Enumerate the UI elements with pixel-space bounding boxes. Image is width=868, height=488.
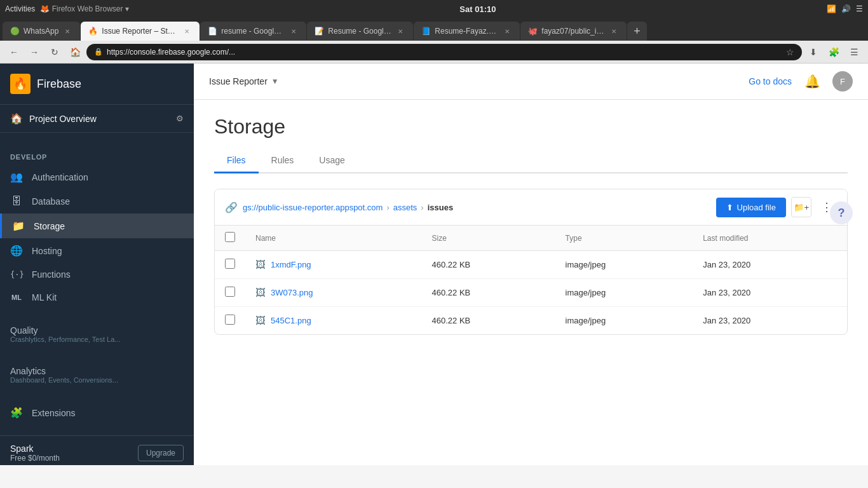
breadcrumb-assets[interactable]: assets	[393, 203, 417, 212]
tab-close-issue-reporter[interactable]: ✕	[182, 26, 192, 36]
tab-close-resume-drive[interactable]: ✕	[288, 26, 299, 36]
spark-plan: Spark Free $0/month	[10, 444, 60, 463]
breadcrumb-sep-1: ›	[386, 203, 389, 212]
tab-label-resume-fayaz: Resume-Fayaz.docx	[435, 27, 498, 36]
refresh-btn[interactable]: ↻	[46, 43, 64, 61]
tab-favicon-resume-drive: 📄	[208, 27, 217, 36]
plan-description: Free $0/month	[10, 454, 60, 463]
sidebar-item-storage[interactable]: 📁 Storage	[0, 214, 194, 238]
firebase-flame-icon: 🔥	[13, 77, 27, 91]
tab-files[interactable]: Files	[214, 149, 259, 173]
row-checkbox-cell-2[interactable]	[215, 307, 245, 335]
file-name-link-0[interactable]: 1xmdF.png	[271, 260, 311, 269]
tab-usage[interactable]: Usage	[306, 149, 357, 173]
menu-icon: ☰	[856, 4, 863, 13]
tab-fayaz-repo[interactable]: 🐙 fayaz07/public_issu... ✕	[520, 22, 627, 41]
sidebar: 🔥 Firebase 🏠 Project Overview ⚙ Develop …	[0, 64, 194, 465]
tab-favicon-resume-docs: 📝	[315, 27, 324, 36]
mlkit-label: ML Kit	[32, 292, 57, 302]
project-name-bar: Issue Reporter ▼	[209, 76, 279, 86]
project-dropdown-arrow[interactable]: ▼	[271, 77, 279, 86]
develop-section-label: Develop	[0, 143, 194, 165]
tab-close-fayaz-repo[interactable]: ✕	[609, 26, 619, 36]
tab-rules[interactable]: Rules	[259, 149, 307, 173]
select-all-checkbox[interactable]	[225, 232, 235, 242]
top-bar-right: Go to docs 🔔 F	[749, 71, 853, 92]
tab-close-resume-fayaz[interactable]: ✕	[502, 26, 512, 36]
breadcrumb-sep-2: ›	[421, 203, 423, 212]
analytics-sub: Dashboard, Events, Conversions...	[10, 376, 184, 384]
tab-label-resume-docs: Resume - Google Do...	[328, 27, 391, 36]
database-label: Database	[32, 196, 70, 207]
tab-resume-docs[interactable]: 📝 Resume - Google Do... ✕	[307, 22, 413, 41]
extensions-toolbar-icon[interactable]: 🧩	[825, 43, 843, 61]
tab-label-issue-reporter: Issue Reporter – Sto...	[102, 27, 178, 36]
app-container: 🔥 Firebase 🏠 Project Overview ⚙ Develop …	[0, 64, 868, 465]
home-btn[interactable]: 🏠	[66, 43, 84, 61]
sidebar-header: 🔥 Firebase	[0, 64, 194, 105]
firebase-title: Firebase	[37, 78, 81, 91]
analytics-section[interactable]: Analytics Dashboard, Events, Conversions…	[0, 360, 194, 390]
back-btn[interactable]: ←	[5, 43, 23, 61]
avatar-initial: F	[840, 77, 845, 86]
row-checkbox-2[interactable]	[225, 315, 235, 325]
row-date-0: Jan 23, 2020	[693, 251, 847, 279]
forward-btn[interactable]: →	[25, 43, 43, 61]
sidebar-item-extensions[interactable]: 🧩 Extensions	[0, 400, 194, 425]
hosting-label: Hosting	[32, 246, 62, 256]
user-avatar[interactable]: F	[832, 71, 853, 92]
tab-close-resume-docs[interactable]: ✕	[395, 26, 405, 36]
authentication-label: Authentication	[32, 172, 88, 182]
file-table-body: 🖼 1xmdF.png 460.22 KB image/jpeg Jan 23,…	[215, 251, 847, 335]
tab-files-label: Files	[227, 155, 246, 165]
file-name-link-1[interactable]: 3W073.png	[271, 288, 313, 297]
bell-icon: 🔔	[804, 74, 820, 89]
downloads-icon[interactable]: ⬇	[804, 43, 822, 61]
upload-file-button[interactable]: ⬆ Upload file	[716, 198, 786, 217]
new-folder-button[interactable]: 📁+	[791, 197, 811, 217]
menu-toolbar-btn[interactable]: ☰	[845, 43, 863, 61]
bookmark-icon[interactable]: ☆	[786, 47, 794, 57]
table-row: 🖼 1xmdF.png 460.22 KB image/jpeg Jan 23,…	[215, 251, 847, 279]
tab-whatsapp[interactable]: 🟢 WhatsApp ✕	[3, 22, 80, 41]
sidebar-item-authentication[interactable]: 👥 Authentication	[0, 165, 194, 189]
system-right: 📶 🔊 ☰	[827, 4, 863, 13]
row-type-0: image/jpeg	[555, 251, 693, 279]
tab-resume-fayaz[interactable]: 📘 Resume-Fayaz.docx ✕	[414, 22, 520, 41]
row-date-1: Jan 23, 2020	[693, 279, 847, 307]
tab-resume-drive[interactable]: 📄 resume - Google Dri... ✕	[200, 22, 306, 41]
activities-label[interactable]: Activities	[5, 4, 35, 13]
storage-link-icon: 🔗	[225, 201, 238, 214]
extensions-label: Extensions	[32, 408, 75, 418]
storage-toolbar: 🔗 gs://public-issue-reporter.appspot.com…	[215, 189, 847, 226]
sidebar-item-hosting[interactable]: 🌐 Hosting	[0, 238, 194, 263]
project-overview-item[interactable]: 🏠 Project Overview ⚙	[0, 105, 194, 133]
settings-icon[interactable]: ⚙	[176, 114, 184, 123]
help-icon: ?	[838, 207, 845, 220]
file-name-link-2[interactable]: 545C1.png	[271, 316, 311, 325]
row-checkbox-cell-0[interactable]	[215, 251, 245, 279]
breadcrumb-bucket[interactable]: gs://public-issue-reporter.appspot.com	[243, 203, 383, 212]
row-checkbox-1[interactable]	[225, 287, 235, 297]
address-bar[interactable]: 🔒 https://console.firebase.google.com/..…	[86, 44, 802, 60]
sidebar-item-ml-kit[interactable]: ML ML Kit	[0, 286, 194, 309]
storage-nav-label: Storage	[34, 221, 65, 231]
help-button[interactable]: ?	[830, 201, 853, 224]
tab-issue-reporter[interactable]: 🔥 Issue Reporter – Sto... ✕	[81, 22, 200, 41]
new-tab-btn[interactable]: +	[627, 22, 647, 41]
quality-section[interactable]: Quality Crashlytics, Performance, Test L…	[0, 319, 194, 349]
notification-icon[interactable]: 🔔	[802, 71, 822, 92]
go-to-docs-link[interactable]: Go to docs	[749, 76, 792, 86]
table-row: 🖼 545C1.png 460.22 KB image/jpeg Jan 23,…	[215, 307, 847, 335]
col-select-all[interactable]	[215, 226, 245, 251]
upgrade-button[interactable]: Upgrade	[138, 445, 184, 461]
security-icon: 🔒	[94, 48, 103, 56]
sidebar-item-functions[interactable]: {·} Functions	[0, 263, 194, 286]
plan-name: Spark	[10, 444, 60, 454]
row-checkbox-cell-1[interactable]	[215, 279, 245, 307]
browser-toolbar: ← → ↻ 🏠 🔒 https://console.firebase.googl…	[0, 41, 868, 64]
tab-close-whatsapp[interactable]: ✕	[62, 26, 72, 36]
sidebar-item-database[interactable]: 🗄 Database	[0, 189, 194, 214]
row-checkbox-0[interactable]	[225, 259, 235, 269]
tab-usage-label: Usage	[319, 155, 344, 165]
